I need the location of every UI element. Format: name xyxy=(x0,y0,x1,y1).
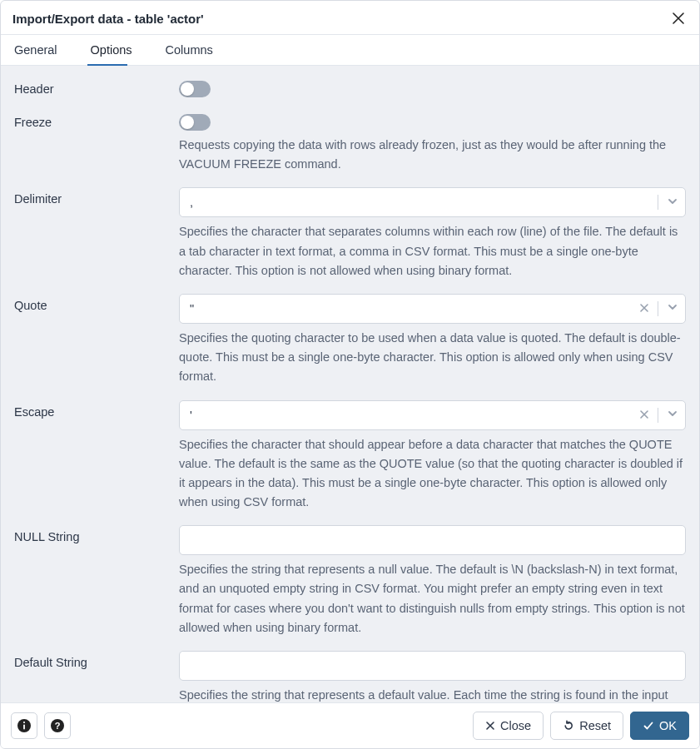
chevron-down-icon xyxy=(667,408,678,422)
delimiter-value: , xyxy=(190,196,654,209)
check-icon xyxy=(643,720,654,732)
tab-columns[interactable]: Columns xyxy=(164,35,226,65)
close-label: Close xyxy=(500,719,531,732)
close-icon xyxy=(485,721,495,731)
freeze-toggle[interactable] xyxy=(179,114,211,131)
separator-icon xyxy=(658,301,658,316)
close-icon xyxy=(639,409,649,419)
reset-label: Reset xyxy=(579,719,611,732)
chevron-down-icon xyxy=(667,196,678,210)
dialog-titlebar: Import/Export data - table 'actor' xyxy=(1,1,699,35)
dialog-footer: ? Close Reset OK xyxy=(1,702,699,748)
toggle-knob xyxy=(181,116,194,129)
help-freeze: Requests copying the data with rows alre… xyxy=(179,136,686,174)
row-header: Header xyxy=(14,77,686,97)
svg-rect-1 xyxy=(23,725,25,730)
label-quote: Quote xyxy=(14,294,179,312)
tab-options[interactable]: Options xyxy=(89,35,146,65)
row-quote: Quote " Specifies the quoting character xyxy=(14,294,686,387)
quote-select[interactable]: " xyxy=(179,294,686,324)
reset-button[interactable]: Reset xyxy=(550,712,623,740)
delimiter-select[interactable]: , xyxy=(179,187,686,217)
dialog-tabs: General Options Columns xyxy=(1,35,699,66)
reset-icon xyxy=(563,720,574,732)
tab-label: Options xyxy=(89,43,134,57)
dialog-title: Import/Export data - table 'actor' xyxy=(12,12,204,26)
label-freeze: Freeze xyxy=(14,111,179,129)
close-button[interactable]: Close xyxy=(473,712,544,740)
ok-label: OK xyxy=(659,719,677,732)
tab-general[interactable]: General xyxy=(12,35,71,65)
row-freeze: Freeze Requests copying the data with ro… xyxy=(14,111,686,174)
svg-text:?: ? xyxy=(55,721,61,731)
label-null-string: NULL String xyxy=(14,525,179,543)
row-null-string: NULL String Specifies the string that re… xyxy=(14,525,686,637)
help-escape: Specifies the character that should appe… xyxy=(179,435,686,513)
tab-label: General xyxy=(12,43,59,57)
row-escape: Escape ' Specifies the character that sh xyxy=(14,400,686,513)
clear-escape-button[interactable] xyxy=(639,409,649,421)
close-icon xyxy=(673,12,684,24)
escape-value: ' xyxy=(190,409,639,422)
tab-label: Columns xyxy=(164,43,215,57)
dialog-body: Header Freeze Requests copying the data … xyxy=(1,66,699,702)
default-string-input[interactable] xyxy=(179,651,686,681)
help-icon: ? xyxy=(50,718,65,733)
help-default-string: Specifies the string that represents a d… xyxy=(179,686,686,702)
header-toggle[interactable] xyxy=(179,81,211,97)
info-button[interactable] xyxy=(11,712,37,739)
label-delimiter: Delimiter xyxy=(14,187,179,206)
escape-select[interactable]: ' xyxy=(179,400,686,430)
label-header: Header xyxy=(14,77,179,96)
ok-button[interactable]: OK xyxy=(630,712,689,740)
import-export-dialog: Import/Export data - table 'actor' Gener… xyxy=(0,0,700,749)
help-quote: Specifies the quoting character to be us… xyxy=(179,329,686,387)
chevron-down-icon xyxy=(667,301,678,315)
label-escape: Escape xyxy=(14,400,179,419)
null-string-input[interactable] xyxy=(179,525,686,555)
help-button[interactable]: ? xyxy=(44,712,71,739)
separator-icon xyxy=(658,195,658,210)
row-delimiter: Delimiter , Specifies the character that… xyxy=(14,187,686,280)
close-icon xyxy=(639,303,649,313)
help-null-string: Specifies the string that represents a n… xyxy=(179,560,686,637)
dialog-close-button[interactable] xyxy=(669,9,688,27)
clear-quote-button[interactable] xyxy=(639,302,649,315)
svg-point-2 xyxy=(23,722,25,723)
separator-icon xyxy=(658,408,658,423)
toggle-knob xyxy=(181,82,194,96)
label-default-string: Default String xyxy=(14,651,179,669)
quote-value: " xyxy=(190,302,639,315)
row-default-string: Default String Specifies the string that… xyxy=(14,651,686,702)
info-icon xyxy=(17,718,32,733)
help-delimiter: Specifies the character that separates c… xyxy=(179,222,686,280)
